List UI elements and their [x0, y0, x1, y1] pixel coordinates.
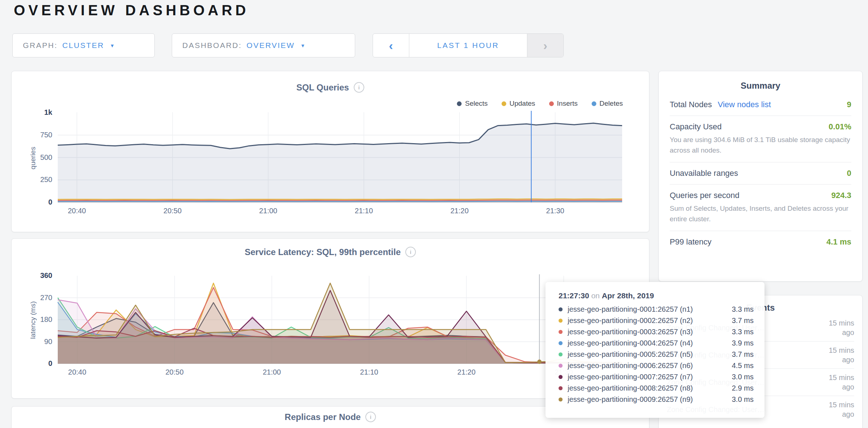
summary-row-label: Capacity Used [670, 122, 722, 132]
chart-hover-tooltip: 21:27:30 on Apr 28th, 2019 jesse-geo-par… [545, 282, 764, 418]
view-nodes-list-link[interactable]: View nodes list [718, 100, 771, 109]
service-latency-y-tick: 0 [12, 359, 52, 368]
event-timestamp: 15 mins ago [818, 400, 854, 419]
node-color-dot-icon [559, 307, 563, 311]
node-color-dot-icon [559, 341, 563, 345]
legend-item-deletes[interactable]: Deletes [592, 100, 623, 108]
sql-queries-y-tick: 0 [12, 198, 52, 206]
chevron-left-icon: ‹ [389, 39, 393, 53]
tooltip-node-value: 3.7 ms [732, 316, 754, 325]
sql-queries-x-tick: 20:50 [151, 207, 194, 215]
tooltip-node-row: jesse-geo-partitioning-0006:26257 (n6)4.… [559, 360, 754, 371]
service-latency-y-tick: 90 [12, 338, 52, 346]
legend-dot-icon [457, 101, 462, 106]
service-latency-y-tick: 180 [12, 315, 52, 324]
sql-queries-x-tick: 21:30 [534, 207, 577, 215]
tooltip-node-row: jesse-geo-partitioning-0002:26257 (n2)3.… [559, 315, 754, 326]
overview-dashboard-page: OVERVIEW DASHBOARD GRAPH: CLUSTER ▾ DASH… [0, 0, 868, 428]
info-icon[interactable]: i [365, 412, 376, 422]
node-color-dot-icon [559, 364, 563, 368]
summary-row-value: 924.3 [831, 191, 851, 200]
tooltip-node-name: jesse-geo-partitioning-0001:26257 (n1) [568, 305, 732, 314]
sql-queries-plot-area[interactable] [58, 109, 622, 207]
legend-dot-icon [502, 101, 506, 106]
service-latency-x-tick: 20:50 [153, 368, 196, 376]
tooltip-node-value: 2.9 ms [732, 384, 754, 392]
legend-item-inserts[interactable]: Inserts [549, 100, 578, 108]
summary-row-head: P99 latency4.1 ms [670, 237, 851, 247]
summary-row: Unavailable ranges0 [670, 162, 851, 184]
tooltip-node-value: 3.3 ms [732, 305, 754, 314]
time-range-selector: ‹ LAST 1 HOUR › [373, 33, 564, 57]
service-latency-x-tick: 21:00 [250, 368, 293, 376]
tooltip-time: 21:27:30 [559, 291, 589, 300]
event-timestamp: 15 mins ago [818, 346, 854, 364]
tooltip-node-name: jesse-geo-partitioning-0007:26257 (n7) [568, 373, 732, 381]
summary-row-value: 4.1 ms [827, 237, 852, 247]
summary-row: Total NodesView nodes list9 [670, 94, 851, 116]
tooltip-node-value: 3.3 ms [732, 328, 754, 336]
legend-label: Inserts [557, 100, 578, 108]
chevron-right-icon: › [543, 39, 547, 53]
info-icon[interactable]: i [405, 247, 416, 257]
summary-row-value: 0.01% [829, 122, 851, 132]
service-latency-x-tick: 21:10 [347, 368, 391, 376]
tooltip-node-name: jesse-geo-partitioning-0006:26257 (n6) [568, 362, 732, 370]
service-latency-x-tick: 20:40 [56, 368, 99, 376]
dashboard-dropdown-label: DASHBOARD: [182, 41, 242, 50]
tooltip-node-value: 3.9 ms [732, 339, 754, 347]
summary-row-caption: Sum of Selects, Updates, Inserts, and De… [670, 203, 851, 225]
time-range-next-button[interactable]: › [527, 34, 563, 57]
tooltip-node-value: 3.0 ms [732, 373, 754, 381]
legend-item-updates[interactable]: Updates [502, 100, 535, 108]
dashboard-dropdown-value: OVERVIEW [247, 41, 295, 50]
summary-row-head: Capacity Used0.01% [670, 122, 851, 132]
legend-label: Selects [465, 100, 487, 108]
tooltip-node-value: 3.0 ms [732, 395, 754, 404]
summary-row-head: Total NodesView nodes list9 [670, 100, 851, 109]
time-range-value[interactable]: LAST 1 HOUR [409, 34, 527, 57]
tooltip-node-row: jesse-geo-partitioning-0001:26257 (n1)3.… [559, 304, 754, 315]
dashboard-dropdown[interactable]: DASHBOARD: OVERVIEW ▾ [172, 33, 355, 57]
node-color-dot-icon [559, 330, 563, 334]
sql-queries-x-tick: 21:00 [246, 207, 290, 215]
sql-queries-x-tick: 20:40 [55, 207, 99, 215]
tooltip-node-value: 3.7 ms [732, 350, 754, 359]
graph-dropdown[interactable]: GRAPH: CLUSTER ▾ [12, 33, 155, 57]
chevron-down-icon: ▾ [111, 42, 114, 49]
service-latency-x-tick: 21:20 [445, 368, 488, 376]
node-color-dot-icon [559, 375, 563, 379]
service-latency-plot-area[interactable] [58, 273, 622, 368]
service-latency-chart-title-row: Service Latency: SQL, 99th percentile i [12, 247, 649, 257]
tooltip-conjunction: on [591, 291, 602, 300]
tooltip-node-name: jesse-geo-partitioning-0005:26257 (n5) [568, 350, 732, 359]
page-title: OVERVIEW DASHBOARD [14, 2, 249, 19]
graph-dropdown-value: CLUSTER [62, 41, 105, 50]
tooltip-node-value: 4.5 ms [732, 362, 754, 370]
legend-label: Updates [510, 100, 535, 108]
sql-queries-legend: SelectsUpdatesInsertsDeletes [457, 100, 623, 108]
summary-row-caption: You are using 304.6 MiB of 3.1 TiB usabl… [670, 134, 851, 156]
sql-queries-chart-title: SQL Queries [296, 82, 349, 93]
time-range-prev-button[interactable]: ‹ [373, 34, 409, 57]
chevron-down-icon: ▾ [301, 42, 304, 49]
legend-dot-icon [549, 101, 554, 106]
summary-row: P99 latency4.1 ms [670, 231, 851, 253]
event-timestamp: 15 mins ago [818, 373, 854, 392]
tooltip-node-row: jesse-geo-partitioning-0009:26257 (n9)3.… [559, 394, 754, 405]
sql-queries-chart-title-row: SQL Queries i [12, 82, 649, 93]
tooltip-node-row: jesse-geo-partitioning-0005:26257 (n5)3.… [559, 349, 754, 360]
service-latency-chart-title: Service Latency: SQL, 99th percentile [245, 247, 401, 257]
summary-row-value: 9 [847, 100, 851, 109]
sql-queries-x-tick: 21:20 [438, 207, 481, 215]
tooltip-node-name: jesse-geo-partitioning-0002:26257 (n2) [568, 316, 732, 325]
info-icon[interactable]: i [354, 82, 364, 93]
summary-row-head: Queries per second924.3 [670, 191, 851, 200]
tooltip-node-name: jesse-geo-partitioning-0009:26257 (n9) [568, 395, 732, 404]
legend-label: Deletes [600, 100, 623, 108]
legend-item-selects[interactable]: Selects [457, 100, 487, 108]
replicas-per-node-chart-title: Replicas per Node [285, 412, 361, 422]
tooltip-node-name: jesse-geo-partitioning-0008:26257 (n8) [568, 384, 732, 392]
tooltip-date: Apr 28th, 2019 [602, 291, 654, 300]
service-latency-y-tick: 360 [12, 271, 52, 280]
